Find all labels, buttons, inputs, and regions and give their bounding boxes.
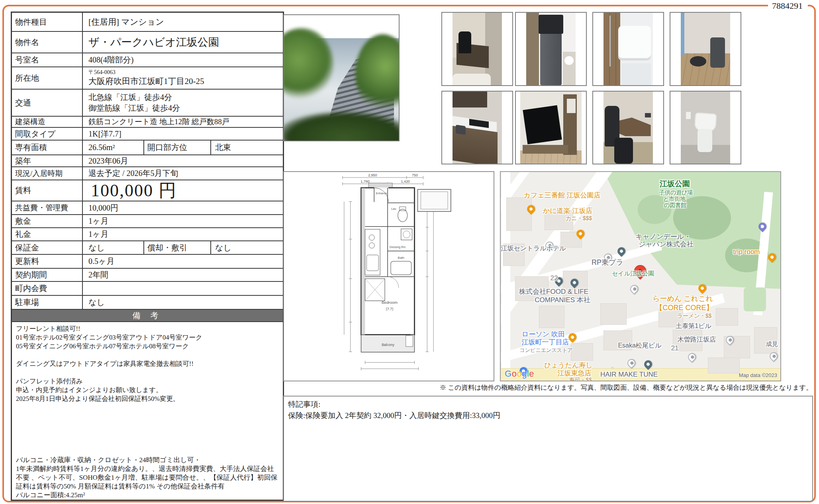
map-label: 木曽路江坂店 (678, 336, 716, 344)
postal-code: 〒564-0063 (88, 69, 116, 75)
thumb-photo-6 (515, 91, 587, 164)
table-row: 物件名ザ・パークハビオ江坂公園 (12, 32, 283, 53)
dim-label: 1,780 (361, 180, 369, 184)
table-row: 物件種目[住居用] マンション (12, 13, 283, 32)
remarks-header: 備 考 (12, 310, 283, 322)
map-label: 江坂セントラルホテル (501, 244, 566, 253)
map-label: らーめん これこれ (652, 294, 713, 303)
map-pin-white (626, 357, 637, 369)
thumb-photo-4 (670, 12, 741, 86)
photo-tree-left (283, 28, 333, 100)
thumb-photo-7 (592, 91, 664, 164)
map-label: 【CORE CORE】 (655, 303, 713, 313)
room-label-lav: Lav. (391, 207, 397, 211)
main-photo (283, 14, 400, 141)
doc-id: 7884291 (772, 1, 803, 11)
room-label-bedroom: Bedroom (382, 300, 398, 305)
table-row: 町内会費 (12, 282, 283, 296)
floor-plan: 2,950 750 1,780 1,420 (283, 171, 494, 381)
table-row: 共益費・管理費10,000円 (12, 201, 283, 215)
map-label: カニ・$$$ (566, 215, 592, 222)
map-attribution: Map data ©2023 (739, 372, 777, 378)
thumb-photo-1 (441, 12, 513, 86)
table-row: 所在地 〒564-0063大阪府吹田市江坂町1丁目20-25 (12, 67, 283, 90)
table-row: 契約期間2年間 (12, 269, 283, 282)
map-label: 江坂公園 (660, 179, 690, 189)
property-flyer: 7884291 物件種目[住居用] マンション 物件名ザ・パークハビオ江坂公園 … (0, 0, 819, 504)
room-label-bath: Bath (398, 256, 404, 260)
property-table: 物件種目[住居用] マンション 物件名ザ・パークハビオ江坂公園 号室名408(4… (11, 12, 284, 501)
map-label: カフェ三番館 江坂公園店 (524, 191, 601, 200)
map-pin-white (629, 283, 640, 295)
thumb-photo-3 (592, 12, 664, 86)
rent-amount: 100,000 円 (83, 180, 283, 201)
map-label: HAIR MAKE TUNE (600, 371, 658, 379)
map-label: trip room (733, 248, 760, 256)
table-row: 礼金1ヶ月 (12, 228, 283, 241)
map-park-small (744, 287, 766, 311)
map-label: 寿司・$$ (569, 377, 592, 381)
remarks-bottom-text: バルコニ・冷蔵庫・収納・クロゼット・24時間ゴミ出し可・ 1年未満解約時賃料等1… (16, 456, 280, 500)
dim-label: 750 (412, 173, 418, 177)
map-label: RP東プラ (592, 258, 623, 267)
thumb-photo-5 (441, 91, 513, 164)
table-row: 築年2023年06月 (12, 155, 283, 167)
special-notes-box: 特記事項: 保険:保険要加入 2年契約 32,000円・入居時鍵交換費用:33,… (283, 396, 813, 502)
map-label: ジャパン株式会社 (639, 240, 694, 249)
table-row: 保証金 なし償却・敷引なし (12, 241, 283, 255)
room-label-balcony: Balcony (382, 343, 394, 347)
map-label: 成見 (766, 340, 778, 348)
photo-sky (284, 38, 399, 141)
map-label: セイル江坂公園 (612, 270, 654, 277)
google-logo: Google (505, 369, 534, 379)
map-label: の図書館 (664, 202, 686, 209)
table-row: 駐車場なし (12, 296, 283, 310)
map-label: ラーメン・$$ (677, 313, 712, 320)
room-label-bedroom-size: (7.7) (386, 307, 393, 311)
room-label-entrance: Entrance (376, 192, 387, 195)
map-label: Esaka松尾ビル (618, 342, 661, 350)
map-label: 江坂町一丁目店 (522, 338, 569, 347)
dim-label: 1,420 (401, 180, 410, 184)
floor-plan-drawing: 2,950 750 1,780 1,420 (284, 172, 494, 381)
map-label: 22 (551, 274, 558, 282)
table-row: 専有面積 26.56m²開口部方位北東 (12, 141, 283, 155)
map-label: 土泰第1ビル (676, 322, 711, 330)
map-label: 21 (671, 344, 679, 352)
table-row: 号室名408(4階部分) (12, 53, 283, 67)
map-label: かに道楽 江坂店 (543, 206, 593, 215)
map-label: COMPANIES 本社 (535, 295, 590, 305)
map-pin-white (686, 352, 698, 363)
table-row: 更新料0.5ヶ月 (12, 255, 283, 269)
map-label: コンビニエンスストア (519, 347, 572, 354)
table-row: 建築構造鉄筋コンクリート造 地上12階 総戸数88戸 (12, 117, 283, 128)
room-label-dressing: Dressing Rm. (390, 246, 406, 249)
table-row: 間取タイプ1K[洋7.7] (12, 128, 283, 141)
table-row: 敷金1ヶ月 (12, 215, 283, 228)
map: Pカフェ三番館 江坂公園店かに道楽 江坂店カニ・$$$江坂公園子供の遊び場と市街… (500, 171, 781, 381)
table-row: 交通 北急線「江坂」徒歩4分御堂筋線「江坂」徒歩4分 (12, 90, 283, 117)
table-row rent-row: 賃料100,000 円 (12, 180, 283, 201)
remarks-box: フリーレント相談可!! 01号室ホテル02号室ダイニング03号室アウトドア04号… (12, 322, 283, 501)
thumb-photo-2 (515, 12, 587, 86)
thumb-photo-8 (670, 91, 741, 164)
dim-label: 2,950 (368, 173, 377, 177)
map-label: 株式会社FOOD & LIFE (519, 287, 588, 296)
remarks-top-text: フリーレント相談可!! 01号室ホテル02号室ダイニング03号室アウトドア04号… (16, 324, 280, 403)
disclaimer-text: ※ この資料は物件の概略紹介資料になります。写真、間取図面、設備、概要などが現況… (440, 383, 813, 392)
address: 大阪府吹田市江坂町1丁目20-25 (88, 76, 204, 87)
photo-foliage-bottom (283, 112, 400, 141)
